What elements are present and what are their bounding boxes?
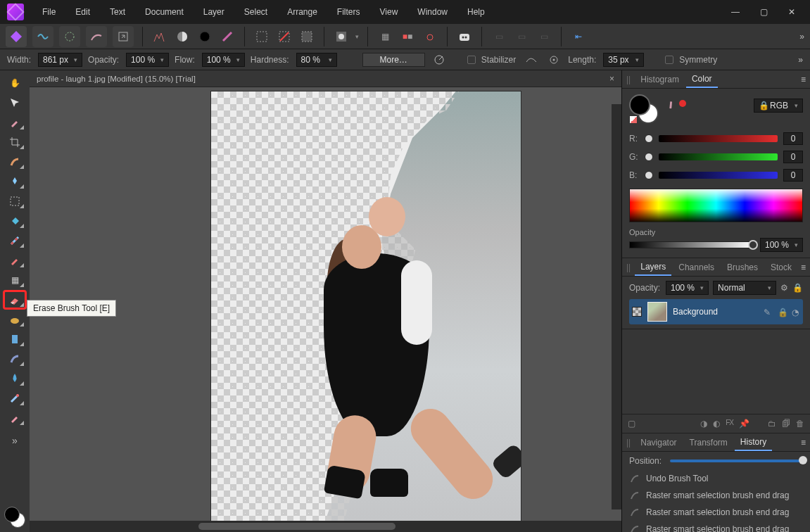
erase-brush-tool[interactable] [4, 291, 25, 308]
tool-overflow[interactable]: » [4, 432, 25, 449]
layers-panel-menu[interactable]: ≡ [801, 262, 806, 272]
tab-layers[interactable]: Layers [635, 259, 671, 276]
document-close[interactable]: × [609, 74, 614, 84]
tab-transform[interactable]: Transform [684, 435, 733, 450]
pixel-tool[interactable]: ▦ [4, 272, 25, 289]
duplicate-icon[interactable]: 🗐 [782, 419, 790, 429]
symmetry-check[interactable] [665, 56, 673, 64]
flood-select-tool[interactable] [4, 173, 25, 190]
trash-icon[interactable]: 🗑 [796, 419, 804, 429]
move-tool[interactable] [4, 94, 25, 111]
selection-brush-tool[interactable] [4, 153, 25, 170]
history-item[interactable]: Raster smart selection brush end drag [622, 521, 810, 532]
r-slider[interactable]: R:0 [629, 132, 803, 145]
layer-row-background[interactable]: Background ✎ 🔒 ◔ [629, 299, 803, 324]
menu-filters[interactable]: Filters [327, 0, 370, 24]
options-overflow[interactable]: » [798, 55, 803, 65]
tool-autocontrast-icon[interactable] [174, 28, 191, 45]
opacity-value-field[interactable]: 100 %▾ [760, 238, 803, 252]
stabilizer-check[interactable] [467, 56, 476, 64]
color-spectrum[interactable] [629, 189, 803, 222]
panel-fgbg-swatch[interactable] [629, 94, 659, 124]
tab-history[interactable]: History [735, 434, 772, 451]
color-model-select[interactable]: 🔒 RGB▾ [754, 99, 803, 113]
color-chip[interactable] [679, 100, 686, 107]
more-button[interactable]: More… [362, 53, 425, 67]
tool-autowhite-icon[interactable] [219, 28, 236, 45]
menu-window[interactable]: Window [407, 0, 457, 24]
pen-tool[interactable] [4, 410, 25, 426]
history-slider[interactable] [670, 460, 803, 462]
document-tab[interactable]: profile - laugh 1.jpg [Modified] (15.0%)… [37, 75, 196, 83]
snap-pixel-icon[interactable]: ■■ [399, 28, 416, 45]
history-item[interactable]: Raster smart selection brush end drag [622, 487, 810, 504]
flood-fill-tool[interactable] [4, 213, 25, 229]
flow-field[interactable]: 100 %▾ [202, 53, 245, 67]
retouch-tool[interactable] [4, 390, 25, 407]
tab-brushes[interactable]: Brushes [721, 260, 764, 275]
add-layer-icon[interactable]: ▢ [628, 419, 635, 429]
menu-text[interactable]: Text [100, 0, 135, 24]
gradient-tool[interactable] [4, 232, 25, 249]
tab-histogram[interactable]: Histogram [635, 72, 685, 87]
opacity-field[interactable]: 100 %▾ [126, 53, 169, 67]
g-slider[interactable]: G:0 [629, 151, 803, 163]
menu-help[interactable]: Help [457, 0, 495, 24]
pin-icon[interactable]: 📌 [739, 419, 749, 429]
crop-tool[interactable] [4, 134, 25, 151]
history-panel-menu[interactable]: ≡ [801, 438, 806, 448]
layer-visibility-icon[interactable] [632, 307, 642, 317]
gear-icon[interactable]: ⚙ [780, 283, 788, 293]
persona-photo[interactable] [6, 26, 27, 47]
tab-navigator[interactable]: Navigator [635, 435, 682, 450]
color-panel-menu[interactable]: ≡ [801, 75, 806, 84]
color-picker-tool[interactable] [4, 114, 25, 131]
viewport[interactable] [30, 87, 621, 521]
sel-invert-icon[interactable] [298, 28, 315, 45]
align-icon[interactable]: ⇤ [570, 28, 587, 45]
history-item[interactable]: Raster smart selection brush end drag [622, 504, 810, 521]
window-close[interactable]: ✕ [783, 4, 800, 20]
menu-file[interactable]: File [32, 0, 65, 24]
layer-opacity-field[interactable]: 100 %▾ [666, 281, 709, 295]
tool-autocolor-icon[interactable] [196, 28, 213, 45]
b-slider[interactable]: B:0 [629, 169, 803, 182]
inpaint-tool[interactable] [4, 331, 25, 348]
toolbar-overflow[interactable]: » [799, 32, 804, 42]
fg-bg-swatch[interactable] [4, 507, 25, 528]
menu-document[interactable]: Document [135, 0, 194, 24]
persona-develop[interactable] [59, 26, 80, 47]
window-maximize[interactable]: ▢ [755, 4, 772, 20]
sel-new-icon[interactable] [253, 28, 270, 45]
group-icon[interactable]: 🗀 [768, 419, 776, 429]
fx-icon[interactable]: FX [726, 419, 733, 429]
blur-tool[interactable] [4, 370, 25, 387]
menu-select[interactable]: Select [234, 0, 277, 24]
tab-channels[interactable]: Channels [673, 260, 720, 275]
history-item[interactable]: Undo Brush Tool [622, 470, 810, 487]
vertical-scrollbar[interactable] [612, 104, 621, 509]
sel-none-icon[interactable] [276, 28, 293, 45]
lock-layer-icon[interactable]: 🔒 [792, 283, 803, 293]
menu-arrange[interactable]: Arrange [277, 0, 327, 24]
layer-lock-icon[interactable]: 🔒 [778, 308, 786, 316]
opacity-slider[interactable] [629, 241, 754, 248]
persona-liquify[interactable] [32, 26, 53, 47]
menu-layer[interactable]: Layer [194, 0, 234, 24]
persona-tonemap[interactable] [86, 26, 107, 47]
stabilizer-window-icon[interactable] [545, 51, 562, 68]
eyedropper-icon[interactable] [663, 96, 677, 110]
tool-autolevels-icon[interactable] [151, 28, 168, 45]
menu-edit[interactable]: Edit [65, 0, 100, 24]
pressure-icon[interactable] [431, 51, 448, 68]
canvas[interactable] [211, 91, 521, 521]
mask-icon[interactable]: ◑ [700, 419, 707, 429]
blend-mode-select[interactable]: Normal▾ [713, 281, 776, 295]
snap-bounds-icon[interactable]: ▦ [376, 28, 393, 45]
window-minimize[interactable]: — [727, 4, 744, 20]
quickmask-caret[interactable]: ▾ [355, 33, 359, 40]
paint-brush-tool[interactable] [4, 252, 25, 269]
persona-export[interactable] [113, 26, 134, 47]
dodge-tool[interactable] [4, 350, 25, 367]
stabilizer-rope-icon[interactable] [523, 51, 540, 68]
